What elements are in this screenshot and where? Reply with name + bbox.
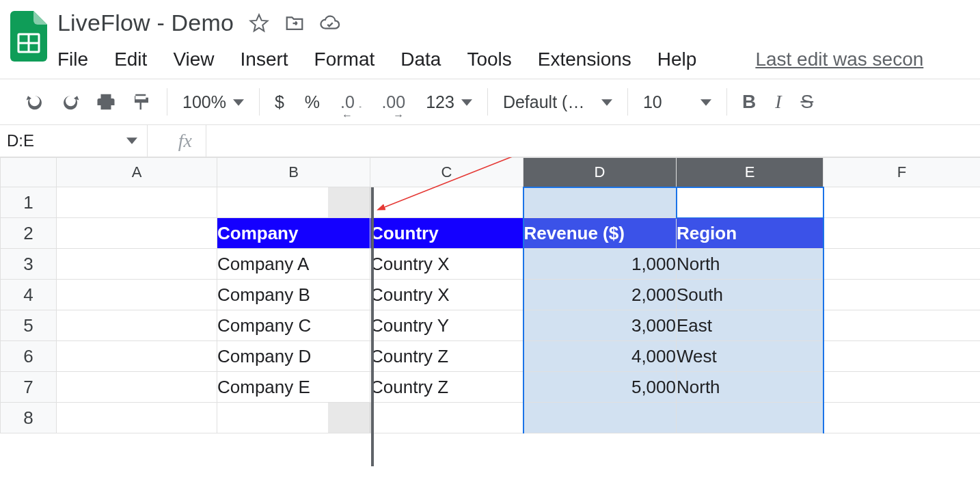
format-currency-button[interactable]: $ <box>275 92 284 112</box>
cell[interactable]: 4,000 <box>523 341 677 372</box>
cell[interactable]: 5,000 <box>523 372 677 403</box>
cell[interactable] <box>217 187 370 218</box>
cell[interactable]: West <box>677 341 824 372</box>
cell[interactable]: Company D <box>217 341 370 372</box>
cell[interactable]: Revenue ($) <box>523 218 677 249</box>
cell[interactable] <box>57 187 217 218</box>
cell[interactable]: Company C <box>217 310 370 341</box>
col-header-B[interactable]: B <box>217 158 370 187</box>
cell[interactable] <box>370 403 523 433</box>
cell[interactable] <box>57 249 217 280</box>
cell[interactable] <box>370 187 523 218</box>
cell[interactable] <box>217 403 370 433</box>
cell[interactable] <box>57 403 217 433</box>
col-header-F[interactable]: F <box>824 158 981 187</box>
doc-title[interactable]: LiveFlow - Demo <box>57 10 234 36</box>
cell[interactable] <box>824 218 981 249</box>
menu-edit[interactable]: Edit <box>114 49 147 70</box>
cell[interactable]: Company B <box>217 280 370 310</box>
cell[interactable] <box>824 341 981 372</box>
col-header-E[interactable]: E <box>677 158 824 187</box>
row-header[interactable]: 8 <box>1 403 57 433</box>
font-size-dropdown[interactable]: 10 <box>643 92 711 112</box>
row-header[interactable]: 6 <box>1 341 57 372</box>
bold-button[interactable]: B <box>742 91 756 113</box>
select-all-corner[interactable] <box>1 158 57 187</box>
menu-format[interactable]: Format <box>314 49 375 70</box>
cell[interactable] <box>57 372 217 403</box>
cell[interactable]: Country X <box>370 249 523 280</box>
format-percent-button[interactable]: % <box>305 92 320 112</box>
cell[interactable]: Company <box>217 218 370 249</box>
row-header[interactable]: 3 <box>1 249 57 280</box>
cell[interactable] <box>824 249 981 280</box>
cell[interactable]: Country Z <box>370 372 523 403</box>
cell[interactable]: Country <box>370 218 523 249</box>
cell[interactable]: North <box>677 372 824 403</box>
menu-tools[interactable]: Tools <box>467 49 511 70</box>
cell[interactable] <box>824 310 981 341</box>
row-header[interactable]: 7 <box>1 372 57 403</box>
cell[interactable]: East <box>677 310 824 341</box>
move-folder-icon[interactable] <box>284 13 305 34</box>
increase-decimals-button[interactable]: .00 → <box>381 92 405 112</box>
zoom-dropdown[interactable]: 100% <box>182 92 244 112</box>
menu-data[interactable]: Data <box>400 49 441 70</box>
menu-view[interactable]: View <box>173 49 214 70</box>
print-icon[interactable] <box>96 92 116 112</box>
zoom-value: 100% <box>182 92 226 112</box>
cell[interactable] <box>824 187 981 218</box>
col-header-D[interactable]: D <box>523 158 677 187</box>
menu-file[interactable]: File <box>57 49 88 70</box>
toolbar: 100% $ % .0 ← .00 → 123 Default (Ari... … <box>0 79 980 124</box>
font-dropdown[interactable]: Default (Ari... <box>503 92 612 112</box>
cell[interactable] <box>677 403 824 433</box>
cell[interactable]: North <box>677 249 824 280</box>
cell[interactable] <box>824 403 981 433</box>
caret-down-icon <box>461 92 472 112</box>
paint-format-icon[interactable] <box>131 92 152 112</box>
cell[interactable] <box>57 280 217 310</box>
cell[interactable] <box>57 218 217 249</box>
undo-icon[interactable] <box>25 92 45 112</box>
cell[interactable] <box>677 187 824 218</box>
last-edit-link[interactable]: Last edit was secon <box>755 49 923 70</box>
cell[interactable] <box>523 403 677 433</box>
cell[interactable]: 2,000 <box>523 280 677 310</box>
menu-help[interactable]: Help <box>657 49 697 70</box>
cell[interactable] <box>824 372 981 403</box>
cell[interactable] <box>57 310 217 341</box>
name-box[interactable]: D:E <box>0 125 148 157</box>
formula-input[interactable] <box>206 125 980 157</box>
menu-extensions[interactable]: Extensions <box>538 49 631 70</box>
cell[interactable]: Country Y <box>370 310 523 341</box>
cell[interactable]: 3,000 <box>523 310 677 341</box>
col-header-C[interactable]: C <box>370 158 523 187</box>
cell[interactable]: Company E <box>217 372 370 403</box>
cell[interactable]: Company A <box>217 249 370 280</box>
cloud-saved-icon[interactable] <box>320 13 340 34</box>
cell[interactable] <box>523 187 677 218</box>
spreadsheet-grid[interactable]: A B C D E F 1 2 Company Country Revenue … <box>0 157 980 433</box>
row-header[interactable]: 4 <box>1 280 57 310</box>
cell[interactable]: 1,000 <box>523 249 677 280</box>
sheets-logo[interactable] <box>10 11 48 62</box>
italic-button[interactable]: I <box>775 91 781 113</box>
cell[interactable]: Country Z <box>370 341 523 372</box>
row-header[interactable]: 1 <box>1 187 57 218</box>
col-header-A[interactable]: A <box>57 158 217 187</box>
strikethrough-button[interactable]: S <box>800 91 813 113</box>
number-format-dropdown[interactable]: 123 <box>426 92 472 112</box>
caret-down-icon <box>126 131 137 150</box>
row-header[interactable]: 5 <box>1 310 57 341</box>
row-header[interactable]: 2 <box>1 218 57 249</box>
menu-insert[interactable]: Insert <box>241 49 288 70</box>
cell[interactable]: Country X <box>370 280 523 310</box>
decrease-decimals-button[interactable]: .0 ← <box>340 92 361 112</box>
cell[interactable]: Region <box>677 218 824 249</box>
cell[interactable] <box>824 280 981 310</box>
cell[interactable] <box>57 341 217 372</box>
cell[interactable]: South <box>677 280 824 310</box>
redo-icon[interactable] <box>60 92 81 112</box>
star-icon[interactable] <box>249 13 269 34</box>
